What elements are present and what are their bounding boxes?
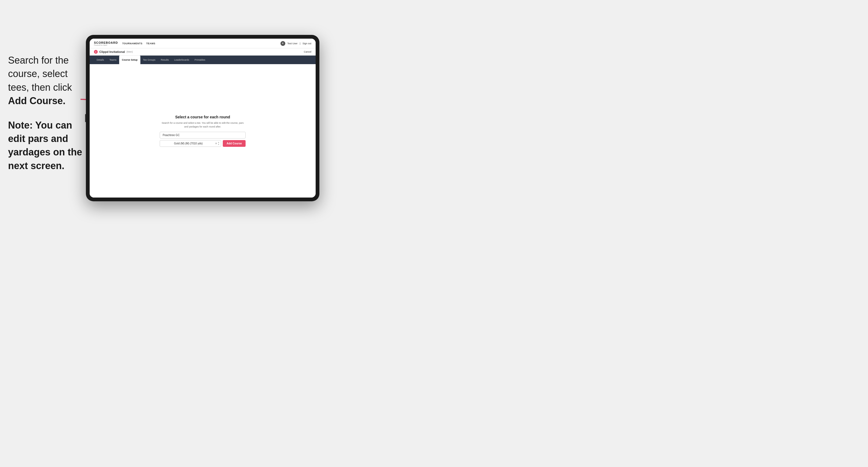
tab-tee-groups[interactable]: Tee Groups	[141, 56, 158, 64]
tee-clear-icon[interactable]: ✕	[215, 142, 217, 145]
nav-tournaments[interactable]: TOURNAMENTS	[122, 42, 142, 45]
tablet-device: SCOREBOARD Powered by clippd TOURNAMENTS…	[86, 35, 319, 201]
separator: |	[300, 42, 300, 45]
annotation-line3: tees, then click	[8, 82, 72, 93]
annotation-note1: Note: You can	[8, 120, 72, 131]
tee-select-text: Gold (M) (M) (7010 yds)	[162, 141, 215, 147]
annotation-note2: edit pars and	[8, 133, 68, 144]
tab-leaderboards[interactable]: Leaderboards	[172, 56, 192, 64]
logo: SCOREBOARD Powered by clippd	[94, 41, 118, 46]
section-title: Select a course for each round	[160, 115, 246, 119]
course-search-input[interactable]	[160, 132, 246, 138]
tablet-power-button	[85, 114, 86, 122]
tournament-title: C Clippd Invitational (Men)	[94, 50, 133, 54]
add-course-button[interactable]: Add Course	[223, 140, 246, 147]
tee-down-arrow[interactable]: ▼	[218, 144, 219, 146]
tee-select-row: Gold (M) (M) (7010 yds) ✕ ▲ ▼ Add Course	[160, 140, 246, 147]
tournament-name: Clippd Invitational	[99, 50, 125, 54]
tee-select-controls: ✕ ▲ ▼	[215, 142, 219, 145]
tee-arrow-icons: ▲ ▼	[218, 142, 219, 145]
course-selector: Select a course for each round Search fo…	[160, 115, 246, 147]
annotation-line1: Search for the	[8, 55, 69, 66]
nav-teams[interactable]: TEAMS	[146, 42, 155, 45]
navbar-right: R Test User | Sign out	[280, 41, 311, 46]
cancel-button[interactable]: Cancel	[304, 51, 311, 53]
nav-links: TOURNAMENTS TEAMS	[122, 42, 155, 45]
tab-navigation: Details Teams Course Setup Tee Groups Re…	[90, 56, 316, 64]
navbar-left: SCOREBOARD Powered by clippd TOURNAMENTS…	[94, 41, 155, 46]
sign-out-link[interactable]: Sign out	[303, 42, 311, 45]
user-avatar: R	[280, 41, 285, 46]
tab-teams[interactable]: Teams	[107, 56, 119, 64]
annotation-note4: next screen.	[8, 160, 64, 171]
main-content: Select a course for each round Search fo…	[90, 64, 316, 197]
tab-course-setup[interactable]: Course Setup	[119, 56, 141, 64]
annotation-block: Search for the course, select tees, then…	[8, 54, 83, 183]
tab-printables[interactable]: Printables	[192, 56, 208, 64]
tablet-screen: SCOREBOARD Powered by clippd TOURNAMENTS…	[90, 39, 316, 197]
tee-up-arrow[interactable]: ▲	[218, 142, 219, 143]
user-label: Test User	[287, 42, 298, 45]
annotation-line4: Add Course.	[8, 95, 65, 106]
section-description: Search for a course and select a tee. Yo…	[160, 121, 246, 129]
tournament-header: C Clippd Invitational (Men) Cancel	[90, 48, 316, 56]
tournament-gender: (Men)	[126, 51, 133, 53]
top-navbar: SCOREBOARD Powered by clippd TOURNAMENTS…	[90, 39, 316, 48]
annotation-line2: course, select	[8, 68, 68, 79]
tab-results[interactable]: Results	[158, 56, 172, 64]
tee-select-wrapper[interactable]: Gold (M) (M) (7010 yds) ✕ ▲ ▼	[160, 140, 221, 147]
tournament-icon: C	[94, 50, 98, 54]
annotation-note3: yardages on the	[8, 147, 82, 158]
logo-main-text: SCOREBOARD	[94, 41, 118, 44]
tab-details[interactable]: Details	[94, 56, 107, 64]
logo-sub-text: Powered by clippd	[94, 44, 118, 46]
